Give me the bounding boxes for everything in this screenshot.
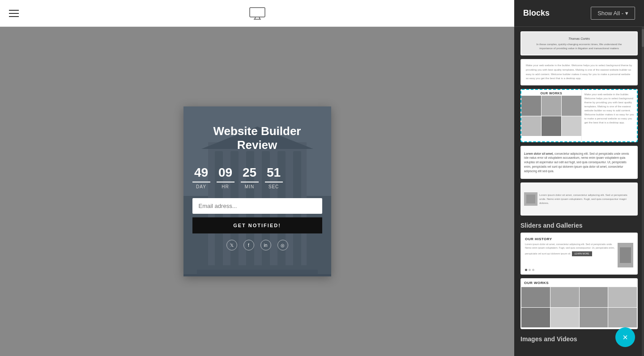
countdown-days-label: DAY: [196, 184, 206, 189]
notify-button[interactable]: GET NOTIFIED!: [192, 217, 322, 233]
block-thumb-side[interactable]: Lorem ipsum dolor sit amet, consectetur …: [520, 182, 638, 216]
countdown-hours: 09 HR: [217, 165, 235, 189]
history-text: Lorem ipsum dolor sit amet, consectetur …: [525, 243, 615, 267]
toolbar-center: [249, 7, 265, 20]
canvas-content: Website Builder Review 49 DAY 09 HR: [0, 27, 514, 356]
block-thumb-selected[interactable]: OUR WORKS Make your web website in the b…: [520, 89, 638, 142]
show-all-label: Show All -: [597, 10, 623, 17]
close-button[interactable]: ×: [615, 327, 635, 347]
selected-block-title: OUR WORKS: [521, 90, 581, 95]
works-cell-1: [521, 287, 550, 307]
countdown-seconds: 51 SEC: [265, 165, 283, 189]
section-sliders-galleries: Sliders and Galleries: [520, 222, 638, 229]
svg-rect-0: [250, 8, 265, 17]
facebook-icon[interactable]: f: [243, 240, 254, 250]
svg-rect-21: [620, 247, 631, 263]
works-cell-4: [608, 287, 637, 307]
block-thumb-2[interactable]: Make your web website in the builder. We…: [520, 59, 638, 85]
block-thumb-history[interactable]: OUR HISTORY Lorem ipsum dolor sit amet, …: [520, 233, 638, 275]
chevron-down-icon: ▾: [625, 10, 628, 17]
works-cell-2: [550, 287, 579, 307]
svg-rect-19: [526, 195, 535, 203]
social-icons-row: 𝕏 f in ◎: [192, 240, 322, 250]
history-content: Lorem ipsum dolor sit amet, consectetur …: [525, 243, 633, 267]
block-thumb-1[interactable]: Thomas Cortés In these complex, quickly-…: [520, 31, 638, 55]
works-grid: [521, 287, 637, 327]
countdown-minutes-label: MIN: [245, 184, 254, 189]
countdown-seconds-label: SEC: [269, 184, 279, 189]
panel-scrollbar-thumb: [642, 29, 644, 47]
instagram-icon[interactable]: ◎: [277, 240, 288, 250]
email-input[interactable]: [192, 198, 322, 214]
block-thumb-lorem[interactable]: Lorem dolor sit amet, consectetur adipis…: [520, 146, 638, 179]
dot-3: [532, 269, 534, 271]
history-title: OUR HISTORY: [525, 237, 633, 241]
toolbar: [0, 0, 514, 27]
history-block-inner: OUR HISTORY Lorem ipsum dolor sit amet, …: [521, 233, 637, 274]
side-text: Lorem ipsum dolor sit amet, consectetur …: [539, 193, 634, 205]
preview-inner: Website Builder Review 49 DAY 09 HR: [183, 106, 331, 276]
dot-1: [525, 269, 527, 271]
twitter-icon[interactable]: 𝕏: [226, 240, 237, 250]
countdown: 49 DAY 09 HR 25 MIN: [192, 165, 322, 189]
panel-scrollbar[interactable]: [642, 27, 644, 356]
countdown-days-value: 49: [192, 165, 210, 182]
countdown-minutes-value: 25: [241, 165, 259, 182]
hero-title: Website Builder Review: [192, 124, 322, 152]
works-block-inner: OUR WORKS: [521, 279, 637, 328]
countdown-days: 49 DAY: [192, 165, 210, 189]
dot-2: [529, 269, 531, 271]
history-learn-more: LEARN MORE: [572, 251, 592, 256]
hero-content: Website Builder Review 49 DAY 09 HR: [192, 124, 322, 250]
linkedin-icon[interactable]: in: [260, 240, 271, 250]
panel-blocks-list: Thomas Cortés In these complex, quickly-…: [514, 27, 644, 356]
panel-title: Blocks: [523, 8, 550, 18]
monitor-icon: [249, 7, 265, 20]
countdown-hours-value: 09: [217, 165, 235, 182]
works-title: OUR WORKS: [521, 279, 637, 287]
website-preview: Website Builder Review 49 DAY 09 HR: [183, 106, 331, 276]
hero-section: Website Builder Review 49 DAY 09 HR: [183, 106, 331, 276]
show-all-button[interactable]: Show All - ▾: [591, 7, 635, 20]
hamburger-menu[interactable]: [9, 10, 19, 17]
block-thumb-works-gallery[interactable]: OUR WORKS: [520, 278, 638, 329]
works-cell-8: [608, 308, 637, 328]
slider-dots: [525, 269, 633, 271]
countdown-hours-label: HR: [222, 184, 229, 189]
works-cell-5: [521, 308, 550, 328]
works-cell-6: [550, 308, 579, 328]
countdown-seconds-value: 51: [265, 165, 283, 182]
works-cell-7: [580, 308, 608, 328]
works-cell-3: [580, 287, 608, 307]
countdown-minutes: 25 MIN: [241, 165, 259, 189]
side-image: [524, 192, 537, 206]
right-panel: Blocks Show All - ▾ Thomas Cortés In the…: [514, 0, 644, 356]
side-layout-block: Lorem ipsum dolor sit amet, consectetur …: [521, 183, 637, 215]
history-image: [618, 243, 633, 267]
panel-header: Blocks Show All - ▾: [514, 0, 644, 27]
